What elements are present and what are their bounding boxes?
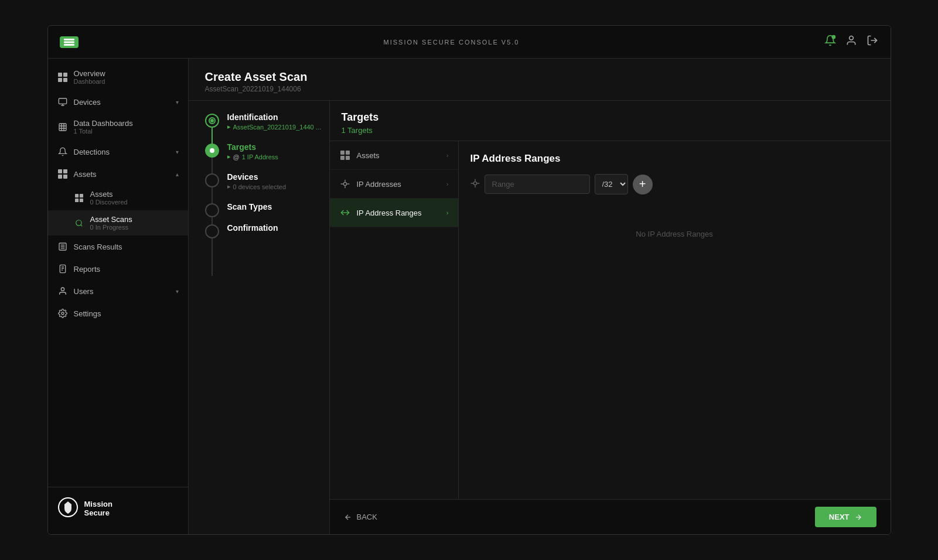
chart-icon	[57, 122, 68, 132]
chevron-right-assets: ›	[446, 152, 449, 159]
step-title-scan-types: Scan Types	[227, 202, 272, 211]
svg-rect-7	[63, 73, 67, 77]
step-subtitle-devices: ▸ 0 devices selected	[227, 183, 286, 190]
targets-title: Targets	[342, 111, 879, 124]
sidebar-sublabel-assets-sub: 0 Discovered	[90, 199, 128, 206]
sidebar-item-settings[interactable]: Settings	[48, 302, 188, 325]
step-identification: Identification ▸ AssetScan_20221019_1440…	[205, 112, 329, 142]
svg-point-40	[210, 119, 214, 122]
at-icon: @	[233, 153, 240, 161]
back-button[interactable]: BACK	[344, 513, 377, 521]
step-circle-targets	[205, 144, 219, 158]
logout-icon[interactable]	[867, 35, 878, 49]
bell-icon	[57, 146, 68, 157]
sidebar-item-users[interactable]: Users ▾	[48, 280, 188, 302]
svg-rect-21	[63, 175, 67, 179]
ip-panel-title: IP Address Ranges	[470, 153, 879, 165]
user-sidebar-icon	[57, 286, 68, 296]
sidebar-label-devices: Devices	[74, 98, 101, 107]
sidebar-label-assets: Assets	[74, 170, 97, 179]
user-icon[interactable]	[845, 35, 857, 49]
sidebar-item-scans-results[interactable]: Scans Results	[48, 235, 188, 258]
svg-rect-10	[59, 98, 66, 104]
sidebar-item-detections[interactable]: Detections ▾	[48, 141, 188, 163]
step-confirmation: Confirmation	[205, 223, 329, 268]
step-subtitle-identification: ▸ AssetScan_20221019_1440 ...	[227, 123, 321, 131]
target-menu-item-assets[interactable]: Assets ›	[330, 141, 458, 170]
svg-rect-42	[340, 151, 344, 155]
target-menu: Assets › IP Addresses	[330, 141, 459, 499]
step-title-confirmation: Confirmation	[227, 223, 278, 233]
svg-rect-43	[346, 151, 350, 155]
svg-rect-20	[58, 175, 62, 179]
sidebar-item-assets-group[interactable]: Assets ▴	[48, 163, 188, 185]
next-button[interactable]: NEXT	[815, 507, 876, 527]
svg-rect-22	[75, 194, 79, 197]
mission-secure-logo-icon	[57, 497, 79, 520]
sidebar-label-detections: Detections	[74, 148, 110, 156]
chevron-up-icon-assets: ▴	[176, 171, 179, 177]
sidebar-label-scans-results: Scans Results	[74, 243, 122, 251]
target-menu-label-assets: Assets	[357, 151, 380, 160]
sidebar-label-overview: Overview	[74, 69, 105, 78]
svg-rect-19	[63, 169, 67, 173]
top-bar: MISSION SECURE CONSOLE V5.0	[48, 26, 891, 59]
ip-range-input[interactable]	[485, 175, 590, 194]
target-menu-item-ip-addresses[interactable]: IP Addresses ›	[330, 170, 458, 199]
svg-rect-24	[75, 198, 79, 202]
ip-empty-message: No IP Address Ranges	[470, 230, 879, 238]
sidebar-sublabel-asset-scans: 0 In Progress	[90, 224, 132, 231]
wizard-steps: Identification ▸ AssetScan_20221019_1440…	[189, 101, 329, 534]
sidebar-label-users: Users	[74, 287, 94, 296]
grid-icon	[57, 72, 68, 83]
ip-add-button[interactable]: +	[633, 175, 653, 194]
svg-rect-13	[59, 124, 66, 131]
logo-sub: Secure	[84, 508, 112, 517]
step-circle-scan-types	[205, 203, 219, 217]
sidebar-label-reports: Reports	[74, 265, 101, 274]
sidebar-sub-item-asset-scans[interactable]: Asset Scans 0 In Progress	[48, 210, 188, 235]
svg-rect-0	[64, 39, 74, 40]
bottom-nav: BACK NEXT	[330, 499, 891, 534]
svg-rect-45	[346, 156, 350, 160]
svg-point-41	[210, 148, 214, 153]
list-icon	[57, 241, 68, 252]
app-logo	[60, 36, 79, 48]
sidebar-item-data-dashboards[interactable]: Data Dashboards 1 Total	[48, 113, 188, 141]
sidebar-label-assets-sub: Assets	[90, 190, 128, 199]
chevron-down-icon: ▾	[176, 99, 179, 105]
chevron-down-icon-users: ▾	[176, 288, 179, 295]
sidebar-sublabel-data-dashboards: 1 Total	[74, 128, 133, 135]
svg-rect-23	[79, 194, 83, 197]
page-title: Create Asset Scan	[205, 70, 874, 84]
sidebar-sublabel-overview: Dashboard	[74, 78, 105, 85]
svg-point-48	[473, 182, 476, 185]
sidebar-label-asset-scans: Asset Scans	[90, 215, 132, 224]
target-ip-icon	[339, 178, 351, 190]
targets-header-area: Targets 1 Targets	[330, 101, 891, 141]
wizard-right: Targets 1 Targets	[329, 101, 891, 534]
step-devices: Devices ▸ 0 devices selected	[205, 172, 329, 202]
sidebar-item-overview[interactable]: Overview Dashboard	[48, 63, 188, 91]
svg-rect-25	[79, 198, 83, 202]
svg-point-4	[850, 36, 854, 40]
svg-rect-8	[58, 78, 62, 82]
step-circle-devices	[205, 173, 219, 187]
sidebar-label-settings: Settings	[74, 309, 101, 318]
sidebar-item-devices[interactable]: Devices ▾	[48, 91, 188, 113]
ip-subnet-select[interactable]: /8 /16 /24 /32	[595, 174, 628, 194]
sidebar-sub-item-assets[interactable]: Assets 0 Discovered	[48, 185, 188, 210]
svg-rect-1	[64, 41, 74, 43]
target-assets-icon	[339, 149, 351, 161]
target-menu-item-ip-address-ranges[interactable]: IP Address Ranges ›	[330, 199, 458, 227]
step-subtitle-targets: ▸ @ 1 IP Address	[227, 153, 278, 161]
targets-body: Assets › IP Addresses	[330, 141, 891, 499]
svg-point-3	[832, 35, 836, 39]
sidebar-item-reports[interactable]: Reports	[48, 258, 188, 280]
chevron-down-icon-detections: ▾	[176, 149, 179, 155]
apps-sub-icon	[74, 193, 84, 203]
back-label: BACK	[357, 513, 377, 521]
sidebar-label-data-dashboards: Data Dashboards	[74, 119, 133, 128]
page-subtitle: AssetScan_20221019_144006	[205, 85, 874, 93]
notifications-icon[interactable]	[824, 35, 836, 49]
